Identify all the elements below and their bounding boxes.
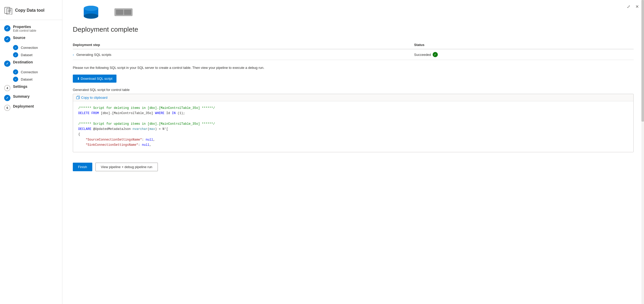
script-container: Copy to clipboard /****** Script for del… — [73, 94, 634, 152]
code-line-4: /****** Script for updating items in [db… — [78, 121, 628, 127]
content-area: Deployment complete Deployment step Stat… — [62, 0, 644, 304]
script-toolbar: Copy to clipboard — [73, 94, 633, 101]
footer-buttons: Finish View pipeline + debug pipeline ru… — [73, 158, 634, 175]
connector-icon — [114, 8, 133, 16]
finish-button[interactable]: Finish — [73, 163, 92, 171]
deployment-circle: 6 — [4, 105, 10, 111]
deployment-table: Deployment step Status › Generating SQL … — [73, 41, 634, 60]
sidebar-item-properties[interactable]: ✓ Properties Edit control table — [0, 23, 62, 34]
top-icons-row — [73, 5, 634, 19]
sidebar-item-source[interactable]: ✓ Source — [0, 34, 62, 44]
dest-dataset-circle: ✓ — [13, 77, 18, 82]
row-expand-button[interactable]: › — [73, 53, 74, 57]
summary-circle: ✓ — [4, 95, 10, 101]
source-dataset-circle: ✓ — [13, 52, 18, 57]
code-area[interactable]: /****** Script for deleting items in [db… — [73, 101, 633, 152]
source-db-icon — [83, 5, 99, 19]
sidebar-item-destination-dataset[interactable]: ✓ Dataset — [0, 76, 62, 83]
svg-rect-10 — [76, 97, 79, 99]
sidebar-header: Copy Data tool — [0, 4, 62, 20]
expand-button[interactable]: ⤢ — [626, 3, 631, 10]
col-deployment-step: Deployment step — [73, 41, 414, 49]
code-line-7: "SourceConnectionSettingsName": null, — [78, 137, 628, 142]
code-line-1: /****** Script for deleting items in [db… — [78, 105, 628, 111]
conn-rect-1 — [116, 10, 123, 15]
code-line-8: "SinkConnectionSettingsName": null, — [78, 142, 628, 148]
copy-clipboard-button[interactable]: Copy to clipboard — [76, 96, 107, 100]
status-cell: Succeeded ✓ — [414, 49, 634, 60]
app-title: Copy Data tool — [15, 8, 44, 13]
step-cell: › Generating SQL scripts — [73, 49, 414, 60]
main-panel: ⤢ ✕ Deployment complete Deployment — [62, 0, 644, 304]
view-pipeline-button[interactable]: View pipeline + debug pipeline run — [95, 163, 158, 171]
scrollbar-track — [641, 0, 644, 304]
clipboard-btn-label: Copy to clipboard — [81, 96, 107, 100]
status-text: Succeeded — [414, 53, 431, 57]
download-sql-button[interactable]: ⬇ Download SQL script — [73, 75, 116, 83]
dest-connection-circle: ✓ — [13, 69, 18, 75]
code-line-5: DECLARE @UpdatedMetadataJson nvarchar(ma… — [78, 127, 628, 132]
source-circle: ✓ — [4, 36, 10, 42]
close-button[interactable]: ✕ — [634, 3, 640, 10]
success-icon: ✓ — [433, 52, 438, 57]
sidebar-item-source-connection[interactable]: ✓ Connection — [0, 44, 62, 51]
sidebar-item-deployment[interactable]: 6 Deployment — [0, 103, 62, 113]
clipboard-icon — [76, 96, 80, 99]
destination-circle: ✓ — [4, 61, 10, 67]
step-label: Generating SQL scripts — [76, 53, 112, 57]
window-controls: ⤢ ✕ — [626, 3, 640, 10]
sidebar-item-destination-connection[interactable]: ✓ Connection — [0, 68, 62, 76]
col-status: Status — [414, 41, 634, 49]
page-title: Deployment complete — [73, 25, 634, 34]
copy-data-icon — [4, 6, 12, 15]
scrollbar-thumb[interactable] — [641, 0, 644, 122]
sidebar-item-summary[interactable]: ✓ Summary — [0, 93, 62, 103]
sidebar-item-source-dataset[interactable]: ✓ Dataset — [0, 51, 62, 58]
sidebar: Copy Data tool ✓ Properties Edit control… — [0, 0, 62, 304]
info-text: Please run the following SQL script in y… — [73, 65, 634, 70]
table-row: › Generating SQL scripts Succeeded ✓ — [73, 49, 634, 60]
code-line-3 — [78, 116, 628, 121]
svg-point-8 — [84, 6, 98, 11]
conn-rect-2 — [124, 10, 131, 15]
sidebar-item-settings[interactable]: 4 Settings — [0, 83, 62, 93]
settings-circle: 4 — [4, 85, 10, 91]
code-line-6: { — [78, 132, 628, 137]
properties-circle: ✓ — [4, 25, 10, 31]
sidebar-item-destination[interactable]: ✓ Destination — [0, 58, 62, 68]
script-section-title: Generated SQL script for control table — [73, 88, 634, 92]
status-succeeded: Succeeded ✓ — [414, 52, 630, 57]
source-connection-circle: ✓ — [13, 45, 18, 50]
svg-point-7 — [84, 14, 98, 19]
code-line-2: DELETE FROM [dbo].[MainControlTable_35o]… — [78, 111, 628, 116]
